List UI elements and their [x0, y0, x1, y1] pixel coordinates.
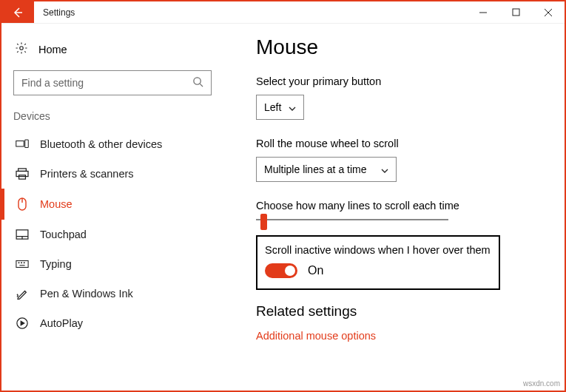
sidebar-item-label: Typing: [40, 258, 72, 270]
attribution: wsxdn.com: [523, 379, 560, 388]
sidebar-item-printers[interactable]: Printers & scanners: [1, 159, 223, 189]
wheel-select[interactable]: Multiple lines at a time: [256, 157, 397, 182]
sidebar-section-label: Devices: [1, 110, 223, 129]
lines-slider[interactable]: [256, 219, 550, 220]
sidebar-item-typing[interactable]: Typing: [1, 249, 223, 279]
search-placeholder: Find a setting: [21, 77, 84, 89]
sidebar-item-label: Bluetooth & other devices: [40, 138, 162, 150]
related-heading: Related settings: [256, 303, 550, 320]
close-button[interactable]: [532, 1, 565, 23]
minimize-button[interactable]: [467, 1, 499, 23]
sidebar-item-pen[interactable]: Pen & Windows Ink: [1, 279, 223, 308]
settings-window: Settings Home Find a settin: [0, 0, 566, 392]
search-icon: [192, 76, 203, 89]
titlebar: Settings: [1, 1, 565, 24]
svg-point-4: [20, 47, 24, 50]
svg-point-5: [194, 78, 201, 84]
svg-point-19: [21, 263, 22, 263]
sidebar-item-mouse[interactable]: Mouse: [1, 189, 223, 220]
svg-rect-17: [16, 261, 28, 268]
chevron-down-icon: [381, 163, 388, 175]
additional-mouse-options-link[interactable]: Additional mouse options: [256, 330, 550, 342]
hover-toggle[interactable]: [265, 263, 297, 278]
svg-point-20: [24, 263, 24, 263]
devices-icon: [15, 139, 30, 149]
sidebar-item-label: Printers & scanners: [40, 168, 134, 180]
hover-setting-box: Scroll inactive windows when I hover ove…: [256, 235, 500, 290]
hover-label: Scroll inactive windows when I hover ove…: [265, 244, 491, 256]
chevron-down-icon: [289, 101, 296, 113]
sidebar-home[interactable]: Home: [1, 36, 223, 70]
main-content: Mouse Select your primary button Left Ro…: [223, 24, 565, 391]
slider-track: [256, 219, 448, 220]
window-title: Settings: [34, 1, 84, 23]
sidebar-item-autoplay[interactable]: AutoPlay: [1, 308, 223, 338]
select-value: Multiple lines at a time: [264, 163, 367, 175]
gear-icon: [15, 41, 28, 57]
toggle-knob: [285, 266, 295, 276]
slider-thumb[interactable]: [260, 214, 267, 230]
svg-rect-11: [19, 175, 26, 179]
toggle-state: On: [308, 264, 323, 277]
window-controls: [467, 1, 565, 23]
svg-rect-1: [513, 9, 519, 16]
touchpad-icon: [15, 229, 30, 240]
printer-icon: [15, 168, 30, 180]
sidebar: Home Find a setting Devices Bluetooth & …: [1, 24, 223, 391]
svg-line-6: [200, 84, 203, 87]
back-button[interactable]: [1, 1, 34, 23]
sidebar-home-label: Home: [38, 44, 67, 55]
keyboard-icon: [15, 260, 30, 268]
sidebar-item-label: Touchpad: [40, 229, 87, 240]
lines-label: Choose how many lines to scroll each tim…: [256, 200, 550, 212]
sidebar-item-touchpad[interactable]: Touchpad: [1, 220, 223, 249]
maximize-button[interactable]: [499, 1, 532, 23]
svg-rect-10: [16, 171, 28, 176]
pen-icon: [15, 288, 30, 300]
svg-rect-7: [16, 141, 24, 147]
page-title: Mouse: [256, 36, 550, 59]
select-value: Left: [264, 101, 281, 113]
primary-button-label: Select your primary button: [256, 75, 550, 87]
sidebar-item-label: Mouse: [40, 198, 73, 210]
primary-button-select[interactable]: Left: [256, 95, 304, 120]
svg-rect-8: [25, 140, 29, 148]
sidebar-item-label: Pen & Windows Ink: [40, 288, 133, 300]
svg-point-18: [18, 263, 19, 263]
wheel-label: Roll the mouse wheel to scroll: [256, 138, 550, 149]
sidebar-item-bluetooth[interactable]: Bluetooth & other devices: [1, 129, 223, 159]
sidebar-item-label: AutoPlay: [40, 317, 83, 329]
search-input[interactable]: Find a setting: [13, 70, 212, 95]
autoplay-icon: [15, 317, 30, 329]
mouse-icon: [15, 197, 30, 211]
